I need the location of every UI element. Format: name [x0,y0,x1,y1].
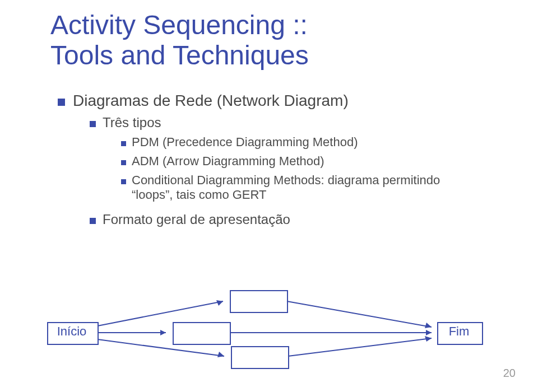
bullet-level3-pdm: PDM (Precedence Diagramming Method) [121,135,358,150]
bullet-text: PDM (Precedence Diagramming Method) [132,135,358,150]
bullet-square-icon [121,141,126,146]
svg-line-10 [288,338,432,356]
network-diagram: Início Fim [45,290,493,368]
bullet-text: ADM (Arrow Diagramming Method) [132,154,324,169]
page-number: 20 [503,367,516,380]
slide-title: Activity Sequencing :: Tools and Techniq… [50,10,309,71]
title-line-1: Activity Sequencing :: [50,10,308,40]
bullet-level2-formato: Formato geral de apresentação [90,212,290,227]
bullet-level3-adm: ADM (Arrow Diagramming Method) [121,154,324,169]
bullet-level3-conditional: Conditional Diagramming Methods: diagram… [121,173,480,202]
svg-marker-11 [425,336,432,342]
bullet-square-icon [121,160,126,165]
svg-marker-9 [426,330,432,335]
title-line-2: Tools and Techniques [50,40,309,70]
bullet-square-icon [58,99,65,106]
bullet-text: Conditional Diagramming Methods: diagram… [132,173,468,202]
bullet-level1-network-diagram: Diagramas de Rede (Network Diagram) [58,92,349,110]
svg-line-6 [287,301,432,327]
svg-marker-1 [160,330,166,335]
bullet-level2-tres-tipos: Três tipos [90,115,161,130]
bullet-square-icon [90,121,96,127]
bullet-text: Três tipos [103,115,161,130]
bullet-square-icon [90,218,96,224]
svg-line-2 [98,301,223,326]
bullet-text: Diagramas de Rede (Network Diagram) [73,92,349,110]
bullet-text: Formato geral de apresentação [103,212,290,227]
diagram-arrows [45,290,493,368]
svg-line-4 [98,339,224,356]
bullet-square-icon [121,179,126,184]
